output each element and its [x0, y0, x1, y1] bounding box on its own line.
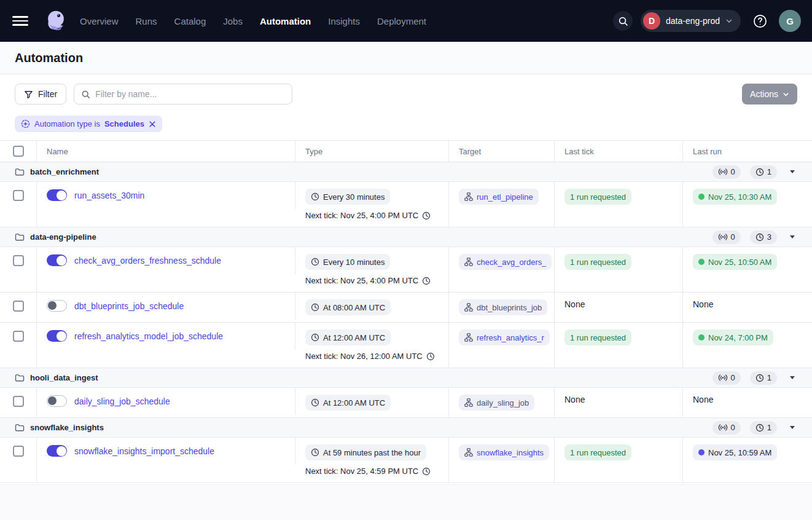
actions-button[interactable]: Actions	[742, 84, 797, 104]
folder-icon	[15, 423, 25, 432]
target-job-pill[interactable]: run_etl_pipeline	[459, 189, 539, 205]
clock-icon	[311, 448, 319, 457]
clock-icon	[311, 192, 319, 201]
target-job-pill[interactable]: refresh_analytics_r	[459, 329, 550, 345]
table-header-row: Name Type Target Last tick Last run	[0, 141, 812, 162]
collapse-caret-icon[interactable]	[790, 235, 795, 238]
hamburger-menu-icon[interactable]	[12, 14, 28, 28]
last-tick-none: None	[564, 395, 585, 404]
last-tick-status-pill: 1 run requested	[564, 254, 631, 270]
remove-filter-icon[interactable]	[149, 120, 156, 128]
job-graph-icon	[464, 192, 473, 201]
column-header-target: Target	[449, 141, 555, 162]
help-icon[interactable]	[749, 10, 771, 32]
success-dot-icon	[698, 194, 705, 200]
row-checkbox[interactable]	[13, 301, 24, 312]
filter-button[interactable]: Filter	[15, 84, 66, 104]
column-header-type: Type	[295, 141, 449, 162]
schedule-type-pill: At 12:00 AM UTC	[305, 329, 391, 345]
next-tick-text: Next tick: Nov 25, 4:00 PM UTC	[305, 276, 431, 285]
schedule-toggle[interactable]	[47, 189, 67, 201]
schedule-toggle[interactable]	[47, 445, 67, 457]
automation-type-filter-tag[interactable]: Automation type is Schedules	[15, 116, 162, 132]
automation-name-link[interactable]: snowflake_insights_import_schedule	[74, 446, 214, 456]
chevron-down-icon	[725, 17, 733, 25]
next-tick-text: Next tick: Nov 25, 4:59 PM UTC	[305, 467, 431, 476]
automation-name-link[interactable]: refresh_analytics_model_job_schedule	[74, 331, 223, 341]
last-run-status-pill: Nov 24, 7:00 PM	[693, 329, 773, 345]
group-name: hooli_data_ingest	[30, 373, 98, 382]
job-graph-icon	[464, 448, 473, 457]
schedule-type-pill: At 59 minutes past the hour	[305, 444, 426, 460]
folder-icon	[15, 168, 25, 176]
target-job-pill[interactable]: daily_sling_job	[459, 395, 534, 411]
active-filters-row: Automation type is Schedules	[0, 111, 812, 141]
timezone-clock-icon	[422, 277, 431, 285]
sensor-count-badge: 0	[712, 165, 741, 179]
select-all-checkbox[interactable]	[13, 146, 24, 157]
nav-item-overview[interactable]: Overview	[80, 16, 119, 26]
job-graph-icon	[464, 398, 473, 407]
next-tick-text: Next tick: Nov 26, 12:00 AM UTC	[305, 352, 435, 361]
collapse-caret-icon[interactable]	[790, 376, 795, 379]
schedule-count-badge: 1	[750, 421, 777, 435]
target-job-pill[interactable]: dbt_blueprints_job	[459, 299, 547, 315]
row-checkbox[interactable]	[13, 446, 24, 457]
row-checkbox[interactable]	[13, 190, 24, 201]
automation-name-link[interactable]: check_avg_orders_freshness_schdule	[74, 256, 221, 266]
search-icon[interactable]	[613, 11, 633, 31]
last-run-status-pill: Nov 25, 10:30 AM	[693, 189, 777, 205]
chevron-down-icon	[783, 91, 789, 98]
nav-item-automation[interactable]: Automation	[260, 16, 311, 26]
automation-name-link[interactable]: run_assets_30min	[74, 191, 144, 200]
schedule-count-badge: 3	[750, 230, 777, 244]
target-job-pill[interactable]: check_avg_orders_	[459, 254, 552, 270]
schedule-toggle[interactable]	[47, 330, 67, 342]
column-header-last-run: Last run	[683, 141, 812, 162]
nav-item-jobs[interactable]: Jobs	[223, 16, 243, 26]
last-run-none: None	[693, 299, 713, 309]
nav-item-runs[interactable]: Runs	[136, 16, 157, 26]
schedule-toggle[interactable]	[47, 300, 67, 312]
group-row-batch_enrichment: batch_enrichment01	[0, 162, 812, 182]
last-tick-status-pill: 1 run requested	[564, 444, 631, 460]
group-row-snowflake_insights: snowflake_insights01	[0, 418, 812, 438]
row-checkbox[interactable]	[13, 255, 24, 266]
deployment-name: data-eng-prod	[666, 16, 720, 26]
automation-name-link[interactable]: daily_sling_job_schedule	[74, 396, 170, 406]
nav-item-insights[interactable]: Insights	[328, 16, 360, 26]
collapse-caret-icon[interactable]	[790, 170, 795, 173]
dagster-logo-icon[interactable]	[43, 8, 69, 34]
timezone-clock-icon	[426, 352, 435, 361]
schedule-toggle[interactable]	[47, 395, 67, 407]
collapse-caret-icon[interactable]	[790, 426, 795, 429]
clock-icon	[311, 333, 319, 342]
last-tick-status-pill: 1 run requested	[564, 189, 631, 205]
in-progress-dot-icon	[698, 449, 705, 455]
timezone-clock-icon	[422, 467, 431, 476]
deployment-selector[interactable]: D data-eng-prod	[641, 10, 741, 32]
name-filter-input[interactable]	[95, 89, 285, 99]
target-job-pill[interactable]: snowflake_insights	[459, 444, 549, 460]
clock-icon	[311, 398, 319, 407]
column-header-name: Name	[37, 141, 295, 162]
schedule-type-pill: At 08:00 AM UTC	[305, 299, 391, 315]
schedule-count-badge: 1	[750, 165, 777, 179]
schedule-toggle[interactable]	[47, 254, 67, 266]
automation-row-run_assets_30min: run_assets_30minEvery 30 minutesNext tic…	[0, 182, 812, 227]
last-run-status-pill: Nov 25, 10:50 AM	[693, 254, 777, 270]
automation-name-link[interactable]: dbt_blueprints_job_schedule	[74, 301, 184, 311]
schedule-count-badge: 1	[750, 371, 777, 385]
next-tick-text: Next tick: Nov 25, 4:00 PM UTC	[305, 211, 431, 220]
nav-item-deployment[interactable]: Deployment	[377, 16, 426, 26]
job-graph-icon	[464, 258, 473, 266]
page-title: Automation	[15, 51, 797, 65]
row-checkbox[interactable]	[13, 396, 24, 407]
funnel-icon	[24, 90, 33, 99]
row-checkbox[interactable]	[13, 331, 24, 342]
top-right-cluster: D data-eng-prod G	[613, 10, 801, 32]
nav-item-catalog[interactable]: Catalog	[174, 16, 206, 26]
search-icon-small	[81, 90, 90, 99]
automation-row-dbt_blueprints_job_schedule: dbt_blueprints_job_scheduleAt 08:00 AM U…	[0, 293, 812, 323]
user-avatar[interactable]: G	[779, 10, 801, 32]
